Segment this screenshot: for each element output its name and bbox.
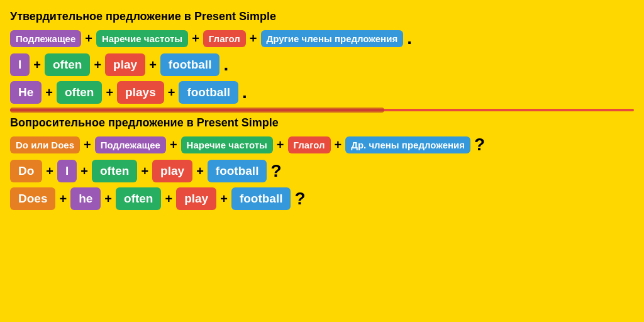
chip-play-2: play	[152, 160, 192, 182]
plus-11: +	[170, 138, 177, 152]
chip-i: I	[10, 53, 30, 76]
plus-2: +	[192, 31, 199, 46]
affirm-title: Утвердительное предложение в Present Sim…	[10, 10, 634, 23]
chip-football-4: football	[231, 187, 291, 210]
chip-does: Does	[10, 187, 55, 210]
plus-13: +	[335, 138, 342, 152]
question-title: Вопросительное предложение в Present Sim…	[10, 116, 634, 130]
chip-play-1: play	[105, 53, 145, 76]
question-mark-2: ?	[270, 161, 281, 181]
dot-2: .	[223, 55, 228, 75]
chip-play-3: play	[176, 187, 216, 210]
dot-1: .	[407, 28, 412, 48]
plus-7: +	[45, 86, 53, 100]
chip-often-4: often	[116, 187, 161, 210]
formula-row-affirm: Подлежащее + Наречие частоты + Глагол + …	[10, 28, 634, 48]
plus-4: +	[33, 58, 41, 72]
plus-12: +	[277, 138, 284, 152]
plus-3: +	[250, 31, 257, 46]
chip-he-q: he	[70, 187, 101, 210]
chip-often-2: often	[57, 81, 102, 104]
plus-21: +	[220, 192, 228, 206]
question-mark-1: ?	[474, 135, 485, 155]
example-row-1: I + often + play + football .	[10, 53, 634, 76]
chip-subject: Подлежащее	[10, 30, 81, 47]
plus-8: +	[106, 86, 113, 100]
chip-adverb: Наречие частоты	[96, 30, 188, 47]
chip-subject-q: Подлежащее	[95, 136, 166, 153]
plus-10: +	[84, 138, 91, 152]
plus-6: +	[149, 58, 157, 72]
example-row-3: Do + I + often + play + football ?	[10, 160, 634, 182]
plus-19: +	[104, 192, 112, 206]
plus-18: +	[59, 192, 67, 206]
example-row-4: Does + he + often + play + football ?	[10, 187, 634, 210]
formula-row-question: Do или Does + Подлежащее + Наречие часто…	[10, 135, 634, 155]
plus-15: +	[80, 164, 88, 179]
plus-16: +	[141, 164, 148, 179]
chip-often-1: often	[45, 53, 90, 76]
chip-other-q: Др. члены предложения	[345, 136, 470, 153]
plus-20: +	[165, 192, 172, 206]
plus-17: +	[196, 164, 204, 179]
chip-adverb-q: Наречие частоты	[181, 136, 273, 153]
chip-verb: Глагол	[203, 30, 246, 47]
chip-do-does-formula: Do или Does	[10, 136, 80, 153]
chip-other: Другие члены предложения	[261, 30, 404, 47]
chip-often-3: often	[92, 160, 137, 182]
question-mark-3: ?	[294, 189, 305, 209]
example-row-2: He + often + plays + football .	[10, 81, 634, 104]
plus-9: +	[168, 86, 175, 100]
plus-14: +	[46, 164, 53, 179]
chip-he: He	[10, 81, 42, 104]
plus-5: +	[94, 58, 101, 72]
plus-1: +	[85, 31, 92, 46]
chip-football-1: football	[160, 53, 220, 76]
chip-plays: plays	[117, 81, 164, 104]
chip-do: Do	[10, 160, 42, 182]
chip-football-3: football	[208, 160, 267, 182]
chip-verb-q: Глагол	[288, 136, 331, 153]
chip-football-2: football	[179, 81, 238, 104]
dot-3: .	[242, 82, 247, 103]
divider	[10, 109, 634, 111]
chip-i-q: I	[57, 160, 77, 182]
